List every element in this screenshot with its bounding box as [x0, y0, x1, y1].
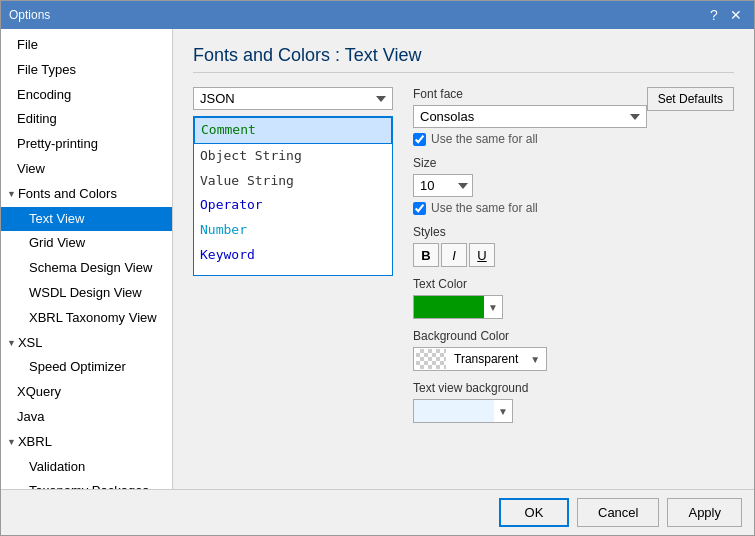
bg-color-swatch-container[interactable]: Transparent ▼	[413, 347, 547, 371]
close-button[interactable]: ✕	[726, 5, 746, 25]
bg-color-text: Transparent	[450, 352, 522, 366]
font-face-label: Font face	[413, 87, 647, 101]
list-item-number[interactable]: Number	[194, 218, 392, 243]
bg-color-swatch	[416, 349, 446, 369]
sidebar-item-xbrl-taxonomy[interactable]: XBRL Taxonomy View	[1, 306, 172, 331]
text-color-swatch	[414, 296, 484, 318]
syntax-list: Comment Object String Value String Opera…	[193, 116, 393, 276]
same-for-all-font-row: Use the same for all	[413, 132, 647, 146]
styles-row: B I U	[413, 243, 734, 267]
expand-icon-xsl: ▼	[7, 336, 16, 350]
title-bar: Options ? ✕	[1, 1, 754, 29]
text-color-swatch-container[interactable]: ▼	[413, 295, 503, 319]
sidebar-group-xsl[interactable]: ▼ XSL	[1, 331, 172, 356]
expand-icon-xbrl: ▼	[7, 435, 16, 449]
sidebar-group-fonts-colors[interactable]: ▼ Fonts and Colors	[1, 182, 172, 207]
sidebar-item-file[interactable]: File	[1, 33, 172, 58]
list-item-comment[interactable]: Comment	[194, 117, 392, 144]
same-for-all-size-checkbox[interactable]	[413, 202, 426, 215]
page-title: Fonts and Colors : Text View	[193, 45, 734, 73]
options-dialog: Options ? ✕ File File Types Encoding Edi…	[0, 0, 755, 536]
right-panel: Font face Consolas Arial Courier New	[413, 87, 734, 423]
sidebar-item-speed-optimizer[interactable]: Speed Optimizer	[1, 355, 172, 380]
sidebar-item-xquery[interactable]: XQuery	[1, 380, 172, 405]
same-for-all-size-row: Use the same for all	[413, 201, 734, 215]
expand-icon: ▼	[7, 187, 16, 201]
cancel-button[interactable]: Cancel	[577, 498, 659, 527]
list-item-keyword[interactable]: Keyword	[194, 243, 392, 268]
bg-color-label: Background Color	[413, 329, 734, 343]
sidebar-item-pretty-printing[interactable]: Pretty-printing	[1, 132, 172, 157]
bg-color-dropdown-btn[interactable]: ▼	[526, 352, 544, 367]
underline-button[interactable]: U	[469, 243, 495, 267]
content-row: JSON XML CSS JavaScript Comment Object S…	[193, 87, 734, 423]
font-face-select[interactable]: Consolas Arial Courier New	[413, 105, 647, 128]
sidebar-item-validation[interactable]: Validation	[1, 455, 172, 480]
sidebar-item-text-view[interactable]: Text View	[1, 207, 172, 232]
same-for-all-font-checkbox[interactable]	[413, 133, 426, 146]
list-item-value-string[interactable]: Value String	[194, 169, 392, 194]
text-view-bg-row: ▼	[413, 399, 734, 423]
set-defaults-button[interactable]: Set Defaults	[647, 87, 734, 111]
main-content: Fonts and Colors : Text View JSON XML CS…	[173, 29, 754, 489]
same-for-all-font-label: Use the same for all	[431, 132, 538, 146]
same-for-all-size-label: Use the same for all	[431, 201, 538, 215]
apply-button[interactable]: Apply	[667, 498, 742, 527]
text-color-dropdown-btn[interactable]: ▼	[484, 300, 502, 315]
schema-dropdown[interactable]: JSON XML CSS JavaScript	[193, 87, 393, 110]
sidebar-item-schema-design[interactable]: Schema Design View	[1, 256, 172, 281]
list-item-operator[interactable]: Operator	[194, 193, 392, 218]
sidebar-group-xbrl[interactable]: ▼ XBRL	[1, 430, 172, 455]
sidebar-item-taxonomy-packages[interactable]: Taxonomy Packages	[1, 479, 172, 489]
sidebar: File File Types Encoding Editing Pretty-…	[1, 29, 173, 489]
left-panel: JSON XML CSS JavaScript Comment Object S…	[193, 87, 393, 423]
size-label: Size	[413, 156, 734, 170]
sidebar-item-view[interactable]: View	[1, 157, 172, 182]
title-bar-buttons: ? ✕	[704, 5, 746, 25]
sidebar-item-editing[interactable]: Editing	[1, 107, 172, 132]
styles-label: Styles	[413, 225, 734, 239]
dialog-body: File File Types Encoding Editing Pretty-…	[1, 29, 754, 489]
text-color-row: ▼	[413, 295, 734, 319]
text-view-bg-dropdown-btn[interactable]: ▼	[494, 404, 512, 419]
sidebar-item-file-types[interactable]: File Types	[1, 58, 172, 83]
help-button[interactable]: ?	[704, 5, 724, 25]
text-view-bg-swatch	[414, 400, 494, 422]
list-item-object-string[interactable]: Object String	[194, 144, 392, 169]
bg-color-row: Transparent ▼	[413, 347, 734, 371]
dialog-footer: OK Cancel Apply	[1, 489, 754, 535]
sidebar-item-wsdl-design[interactable]: WSDL Design View	[1, 281, 172, 306]
font-face-row: Consolas Arial Courier New	[413, 105, 647, 128]
sidebar-item-java[interactable]: Java	[1, 405, 172, 430]
sidebar-item-grid-view[interactable]: Grid View	[1, 231, 172, 256]
text-view-bg-swatch-container[interactable]: ▼	[413, 399, 513, 423]
ok-button[interactable]: OK	[499, 498, 569, 527]
dialog-title: Options	[9, 8, 50, 22]
text-color-label: Text Color	[413, 277, 734, 291]
text-view-bg-label: Text view background	[413, 381, 734, 395]
sidebar-item-encoding[interactable]: Encoding	[1, 83, 172, 108]
size-select[interactable]: 10 8 9 11 12 14	[413, 174, 473, 197]
bold-button[interactable]: B	[413, 243, 439, 267]
italic-button[interactable]: I	[441, 243, 467, 267]
size-row: 10 8 9 11 12 14	[413, 174, 734, 197]
